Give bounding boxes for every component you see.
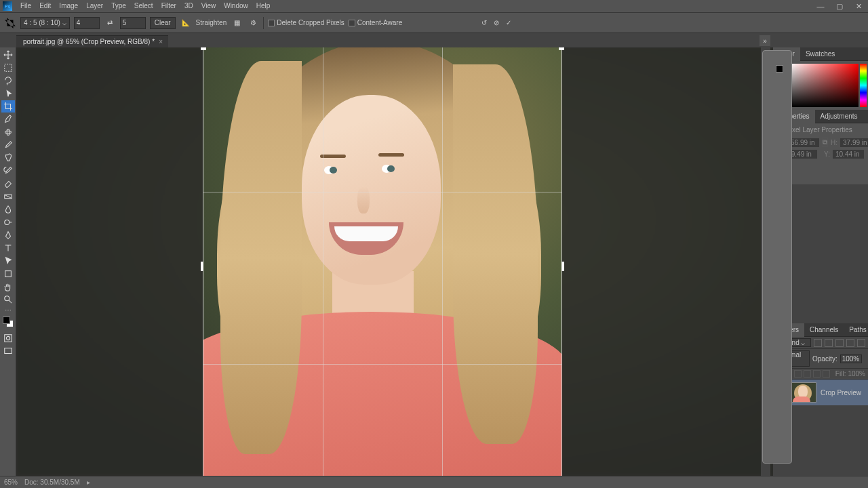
prop-height[interactable]: 37.99 in bbox=[840, 138, 868, 147]
crop-gridline bbox=[203, 364, 561, 365]
svg-rect-0 bbox=[4, 64, 12, 72]
filter-shape-icon[interactable] bbox=[846, 339, 854, 347]
hue-slider[interactable] bbox=[860, 64, 867, 107]
filter-type-icon[interactable] bbox=[835, 339, 844, 347]
eraser-tool[interactable] bbox=[1, 178, 15, 190]
overlay-icon[interactable]: ▦ bbox=[231, 17, 243, 29]
reset-crop-icon[interactable]: ↺ bbox=[481, 19, 487, 26]
brush-tool[interactable] bbox=[1, 139, 15, 151]
fill-input[interactable]: 100% bbox=[848, 370, 865, 378]
gradient-tool[interactable] bbox=[1, 190, 15, 203]
menu-type[interactable]: Type bbox=[107, 0, 130, 12]
layer-name[interactable]: Crop Preview bbox=[821, 389, 861, 396]
lock-pixels-icon[interactable] bbox=[794, 370, 802, 378]
filter-pixel-icon[interactable] bbox=[814, 339, 822, 347]
link-wh-icon[interactable]: ⧉ bbox=[822, 138, 828, 147]
doc-size[interactable]: Doc: 30.5M/30.5M bbox=[24, 479, 80, 486]
quick-select-tool[interactable] bbox=[1, 87, 15, 100]
menu-window[interactable]: Window bbox=[220, 0, 252, 12]
crop-tool[interactable] bbox=[1, 100, 15, 113]
panel-collapse-icon[interactable]: » bbox=[760, 35, 770, 46]
menu-file[interactable]: File bbox=[16, 0, 35, 12]
document-tab[interactable]: portrait.jpg @ 65% (Crop Preview, RGB/8)… bbox=[16, 35, 168, 47]
opacity-input[interactable]: 100% bbox=[840, 354, 862, 363]
color-swatch[interactable] bbox=[3, 317, 14, 327]
channels-tab[interactable]: Channels bbox=[804, 323, 844, 337]
vertical-scrollbar[interactable] bbox=[761, 47, 770, 476]
crop-handle[interactable] bbox=[201, 47, 206, 50]
crop-gridline bbox=[203, 192, 561, 192]
crop-gridline bbox=[323, 47, 323, 476]
filter-adjust-icon[interactable] bbox=[825, 339, 833, 347]
crop-handle[interactable] bbox=[559, 47, 564, 50]
ratio-preset-select[interactable]: 4 : 5 (8 : 10) ⌵ bbox=[20, 17, 70, 29]
paths-tab[interactable]: Paths bbox=[844, 323, 868, 337]
close-tab-icon[interactable]: × bbox=[159, 38, 163, 45]
swap-icon[interactable]: ⇄ bbox=[104, 17, 116, 29]
canvas[interactable] bbox=[16, 47, 773, 476]
filter-smart-icon[interactable] bbox=[857, 339, 865, 347]
zoom-tool[interactable] bbox=[1, 293, 15, 306]
path-select-tool[interactable] bbox=[1, 255, 15, 267]
svg-rect-5 bbox=[5, 271, 11, 277]
dodge-tool[interactable] bbox=[1, 216, 15, 228]
prop-y[interactable]: 10.44 in bbox=[833, 150, 864, 159]
shape-tool[interactable] bbox=[1, 268, 15, 280]
adjustments-tab[interactable]: Adjustments bbox=[815, 110, 863, 123]
lasso-tool[interactable] bbox=[1, 75, 15, 87]
svg-rect-1 bbox=[5, 131, 11, 134]
straighten-icon[interactable]: 📐 bbox=[180, 17, 192, 29]
menu-filter[interactable]: Filter bbox=[157, 0, 180, 12]
menu-help[interactable]: Help bbox=[252, 0, 275, 12]
crop-height-input[interactable] bbox=[120, 17, 146, 29]
status-arrow-icon[interactable]: ▸ bbox=[87, 479, 90, 486]
blur-tool[interactable] bbox=[1, 203, 15, 216]
menu-image[interactable]: Image bbox=[55, 0, 82, 12]
svg-rect-9 bbox=[4, 348, 12, 354]
delete-cropped-checkbox[interactable]: Delete Cropped Pixels bbox=[268, 19, 344, 26]
minimize-button[interactable]: — bbox=[811, 0, 830, 12]
crop-width-input[interactable] bbox=[74, 17, 100, 29]
history-brush-tool[interactable] bbox=[1, 165, 15, 177]
close-button[interactable]: ✕ bbox=[849, 0, 868, 12]
crop-gridline bbox=[442, 47, 443, 476]
hand-tool[interactable] bbox=[1, 281, 15, 293]
healing-tool[interactable] bbox=[1, 126, 15, 138]
move-tool[interactable] bbox=[1, 49, 15, 61]
color-picker[interactable] bbox=[789, 64, 859, 107]
screenmode-tool[interactable] bbox=[1, 345, 15, 357]
lock-position-icon[interactable] bbox=[804, 370, 811, 378]
menu-layer[interactable]: Layer bbox=[82, 0, 107, 12]
options-bar: 4 : 5 (8 : 10) ⌵ ⇄ Clear 📐 Straighten ▦ … bbox=[0, 12, 868, 33]
pen-tool[interactable] bbox=[1, 229, 15, 241]
zoom-level[interactable]: 65% bbox=[4, 479, 18, 486]
menu-edit[interactable]: Edit bbox=[35, 0, 55, 12]
eyedropper-tool[interactable] bbox=[1, 113, 15, 125]
crop-image bbox=[203, 47, 561, 476]
status-bar: 65% Doc: 30.5M/30.5M ▸ bbox=[0, 476, 868, 488]
clone-tool[interactable] bbox=[1, 152, 15, 164]
crop-box[interactable] bbox=[203, 47, 561, 476]
swatches-tab[interactable]: Swatches bbox=[800, 47, 840, 61]
lock-artboard-icon[interactable] bbox=[813, 370, 821, 378]
lock-all-icon[interactable] bbox=[823, 370, 830, 378]
content-aware-checkbox[interactable]: Content-Aware bbox=[349, 19, 403, 26]
straighten-label[interactable]: Straighten bbox=[196, 19, 227, 26]
clear-button[interactable]: Clear bbox=[150, 17, 176, 29]
properties-heading: Pixel Layer Properties bbox=[786, 126, 852, 134]
menu-view[interactable]: View bbox=[197, 0, 220, 12]
cancel-crop-icon[interactable]: ⊘ bbox=[494, 19, 499, 26]
svg-rect-7 bbox=[4, 335, 12, 342]
crop-handle[interactable] bbox=[201, 262, 203, 271]
menu-3d[interactable]: 3D bbox=[180, 0, 197, 12]
prop-width[interactable]: 56.99 in bbox=[788, 138, 819, 147]
commit-crop-icon[interactable]: ✓ bbox=[506, 19, 511, 26]
quickmask-tool[interactable] bbox=[1, 332, 15, 344]
maximize-button[interactable]: ▢ bbox=[830, 0, 849, 12]
crop-handle[interactable] bbox=[561, 262, 564, 271]
type-tool[interactable] bbox=[1, 242, 15, 254]
menu-select[interactable]: Select bbox=[130, 0, 157, 12]
marquee-tool[interactable] bbox=[1, 62, 15, 74]
edit-toolbar[interactable]: ⋯ bbox=[1, 306, 15, 313]
settings-icon[interactable]: ⚙ bbox=[247, 17, 259, 29]
